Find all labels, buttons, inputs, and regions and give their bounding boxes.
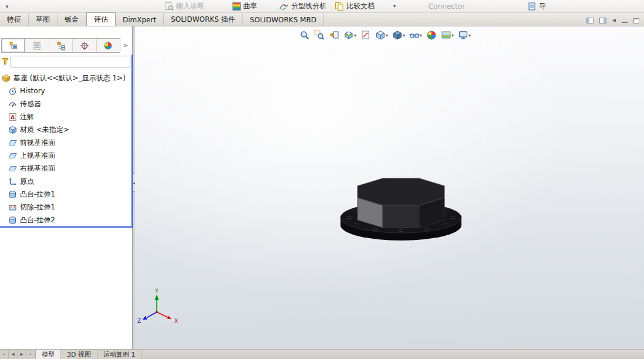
tree-item-right-plane[interactable]: 右视基准面 [0,162,132,175]
tab-label: 钣金 [65,15,79,25]
dropdown-arrow-icon[interactable]: ▾ [468,33,471,38]
graphics-area[interactable]: ▾ ▾ [135,26,644,349]
tab-sketch[interactable]: 草图 [29,13,58,26]
tab-propertymanager[interactable] [25,39,49,52]
tree-item-top-plane[interactable]: 上视基准面 [0,149,132,162]
tree-item-sensors[interactable]: 传感器 [0,97,132,110]
featuremanager-tree-icon [9,41,18,50]
dynamic-annotation-views-button[interactable] [359,29,372,41]
tab-label: 评估 [94,15,108,25]
previous-view-button[interactable] [328,29,340,41]
flange-boss [358,178,444,228]
tree-item-material[interactable]: 材质 <未指定> [0,123,132,136]
compare-documents-icon [335,2,344,11]
connector-button[interactable]: Connector [426,1,467,12]
tab-displaymanager[interactable] [97,39,120,52]
tab-solidworks-addins[interactable]: SOLIDWORKS 插件 [164,13,242,26]
minimize-frame-icon[interactable] [622,18,628,23]
tab-evaluate[interactable]: 评估 [86,12,116,26]
tree-item-label: History [20,87,45,95]
dropdown-arrow-icon[interactable]: ▾ [403,33,405,38]
tree-item-part-root[interactable]: 基座 (默认<<默认>_显示状态 1>) [0,72,132,84]
view-settings-button[interactable]: ▾ [457,29,472,41]
tree-item-boss-extrude2[interactable]: 凸台-拉伸2 [0,214,132,226]
apply-scene-button[interactable]: ▾ [440,29,455,41]
parting-line-analysis-button[interactable]: 分型线分析 [277,1,329,12]
tree-filter-input[interactable] [11,56,130,67]
zoom-to-fit-button[interactable] [298,29,311,41]
dropdown-arrow-icon[interactable]: ▾ [354,33,356,38]
zoom-to-fit-icon [299,30,310,40]
nav-last-icon[interactable]: » [26,350,35,359]
display-style-button[interactable]: ▾ [391,29,406,41]
tab-configurationmanager[interactable] [49,39,73,52]
dropdown-arrow-icon[interactable]: ▾ [420,33,422,38]
tree-item-label: 原点 [20,177,34,187]
tree-item-label: 右视基准面 [20,164,55,174]
tab-dimxpert[interactable]: DimXpert [116,13,164,26]
tree-item-label: 材质 <未指定> [20,125,69,135]
tree-item-label: 注解 [20,112,34,122]
collapse-panel-icon[interactable]: ◀ [612,18,616,23]
tab-label: SOLIDWORKS MBD [250,16,316,24]
section-view-button[interactable]: ▾ [342,29,358,41]
toolbar-overflow-arrow[interactable]: ▾ [0,4,14,9]
tab-sheet-metal[interactable]: 钣金 [58,13,86,26]
task-pane-icon[interactable] [599,18,606,23]
panel-focus-accent [132,55,133,228]
hide-show-items-button[interactable]: ▾ [408,29,423,41]
tree-item-origin[interactable]: 原点 [0,175,132,188]
part-icon [2,74,11,83]
manager-tab-box [1,38,120,53]
annotations-icon: A [8,113,17,121]
plane-icon [8,151,17,160]
tree-item-label: 传感器 [20,99,41,109]
model-3d-flange[interactable] [135,26,644,349]
tree-item-cut-extrude1[interactable]: 切除-拉伸1 [0,201,132,214]
tab-label: DimXpert [123,16,156,24]
boss-extrude-icon [8,190,17,199]
tree-item-history[interactable]: History [0,84,132,97]
tab-motion-study-1[interactable]: 运动算例 1 [97,350,142,359]
export-button[interactable]: 导 [525,1,548,12]
commandmanager-tab-bar: 特征 草图 钣金 评估 DimXpert SOLIDWORKS 插件 SOLID… [0,13,644,26]
tree-item-boss-extrude1[interactable]: 凸台-拉伸1 [0,188,132,201]
restore-frame-icon[interactable] [633,18,639,23]
tree-item-label: 前视基准面 [20,138,55,148]
nav-prev-icon[interactable]: ◀ [9,350,18,359]
origin-icon [8,177,17,186]
dropdown-arrow-icon[interactable]: ▾ [386,33,388,38]
display-style-icon [392,30,403,40]
history-icon [8,87,17,96]
tab-features[interactable]: 特征 [0,13,29,26]
nav-next-icon[interactable]: ▶ [18,350,26,359]
nav-first-icon[interactable]: « [0,350,9,359]
status-bar-spacer [141,350,644,359]
panel-flyout-chevron[interactable]: > [120,38,131,53]
tab-dimxpertmanager[interactable] [73,39,96,52]
tree-filter-row [1,55,130,68]
split-pane-icon[interactable] [586,18,594,23]
compare-documents-button[interactable]: 比较文档 ▾ [332,1,398,12]
edit-appearance-button[interactable] [425,29,438,41]
rollback-bar[interactable] [0,226,132,228]
tree-item-front-plane[interactable]: 前视基准面 [0,136,132,149]
tab-solidworks-mbd[interactable]: SOLIDWORKS MBD [243,13,324,26]
dropdown-arrow-icon[interactable]: ▾ [393,4,396,9]
tab-label: 特征 [7,15,21,25]
status-bar: « ◀ ▶ » 模型 3D 视图 运动算例 1 [0,349,644,359]
view-orientation-button[interactable]: ▾ [374,29,389,41]
material-icon [8,126,17,134]
tree-item-annotations[interactable]: A 注解 [0,110,132,123]
export-icon [527,2,537,11]
tab-model[interactable]: 模型 [36,350,61,359]
tab-3d-views[interactable]: 3D 视图 [61,350,97,359]
curvature-button[interactable]: 曲率 [230,1,259,12]
zoom-to-area-button[interactable] [313,29,326,41]
dropdown-arrow-icon[interactable]: ▾ [451,33,454,38]
tab-featuremanager[interactable] [2,39,25,52]
cut-extrude-icon [8,203,17,212]
import-diagnostics-button[interactable]: 输入诊断 [162,1,207,12]
configurationmanager-icon [56,41,66,50]
solidworks-window: ▾ 输入诊断 曲率 分型线分析 [0,0,644,359]
